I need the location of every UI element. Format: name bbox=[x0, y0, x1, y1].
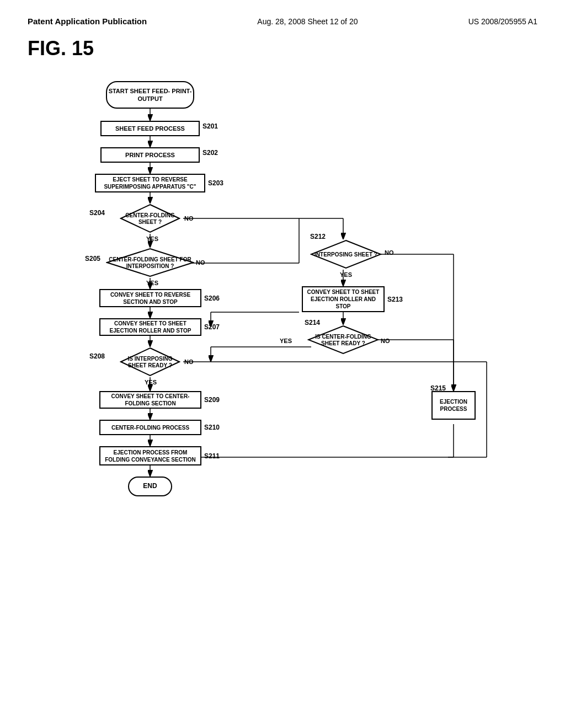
header-right: US 2008/205955 A1 bbox=[468, 17, 537, 26]
header: Patent Application Publication Aug. 28, … bbox=[28, 17, 537, 26]
s210-label: S210 bbox=[204, 424, 220, 431]
s208-diamond-container: IS INTERPOSING SHEET READY ? bbox=[120, 347, 180, 377]
s203-label: S203 bbox=[208, 179, 223, 187]
s214-yes-label: YES bbox=[280, 338, 292, 344]
s205-text: CENTER-FOLDING SHEET FOR INTERPOSITION ? bbox=[106, 248, 194, 278]
s208-label: S208 bbox=[89, 352, 105, 360]
s215-label: S215 bbox=[430, 384, 446, 392]
s202-node: PRINT PROCESS bbox=[100, 147, 200, 163]
s212-yes-label: YES bbox=[340, 271, 352, 278]
s214-text: IS CENTER-FOLDING SHEET READY ? bbox=[307, 325, 379, 355]
s205-diamond-container: CENTER-FOLDING SHEET FOR INTERPOSITION ? bbox=[106, 248, 194, 278]
header-center: Aug. 28, 2008 Sheet 12 of 20 bbox=[257, 17, 358, 26]
header-left: Patent Application Publication bbox=[28, 17, 147, 26]
end-node: END bbox=[128, 477, 172, 496]
s204-yes-label: YES bbox=[146, 235, 158, 242]
s208-no-label: NO bbox=[184, 358, 194, 365]
s215-node: EJECTION PROCESS bbox=[431, 391, 476, 420]
s203-node: EJECT SHEET TO REVERSE SUPERIMPOSING APP… bbox=[95, 174, 205, 192]
s204-text: CENTER-FOLDING SHEET ? bbox=[120, 204, 180, 234]
fig-title: FIG. 15 bbox=[28, 37, 537, 60]
s206-label: S206 bbox=[204, 295, 220, 302]
s208-yes-label: YES bbox=[145, 379, 157, 386]
s208-text: IS INTERPOSING SHEET READY ? bbox=[120, 347, 180, 377]
s204-no-label: NO bbox=[184, 215, 194, 222]
flowchart-arrows bbox=[34, 71, 531, 694]
s212-no-label: NO bbox=[385, 249, 394, 256]
s214-label: S214 bbox=[305, 319, 320, 326]
page: Patent Application Publication Aug. 28, … bbox=[0, 0, 565, 728]
s214-no-label: NO bbox=[381, 338, 390, 344]
s205-label: S205 bbox=[85, 255, 100, 263]
s214-diamond-container: IS CENTER-FOLDING SHEET READY ? bbox=[307, 325, 379, 355]
start-node: START SHEET FEED- PRINT-OUTPUT bbox=[106, 81, 194, 109]
s205-yes-label: YES bbox=[146, 280, 158, 286]
s201-node: SHEET FEED PROCESS bbox=[100, 121, 200, 136]
s209-node: CONVEY SHEET TO CENTER- FOLDING SECTION bbox=[99, 391, 201, 409]
s213-label: S213 bbox=[387, 296, 403, 303]
s210-node: CENTER-FOLDING PROCESS bbox=[99, 420, 201, 435]
s204-diamond-container: CENTER-FOLDING SHEET ? bbox=[120, 204, 180, 234]
flowchart: START SHEET FEED- PRINT-OUTPUT SHEET FEE… bbox=[34, 71, 531, 694]
s212-diamond-container: INTERPOSING SHEET ? bbox=[310, 239, 382, 270]
s201-label: S201 bbox=[202, 122, 218, 130]
s202-label: S202 bbox=[202, 149, 218, 157]
s207-node: CONVEY SHEET TO SHEET EJECTION ROLLER AN… bbox=[99, 318, 201, 336]
s211-node: EJECTION PROCESS FROM FOLDING CONVEYANCE… bbox=[99, 446, 201, 465]
s212-text: INTERPOSING SHEET ? bbox=[310, 239, 382, 270]
s207-label: S207 bbox=[204, 323, 220, 331]
s209-label: S209 bbox=[204, 396, 220, 404]
s213-node: CONVEY SHEET TO SHEET EJECTION ROLLER AN… bbox=[302, 286, 385, 312]
s212-label: S212 bbox=[310, 233, 326, 240]
s211-label: S211 bbox=[204, 452, 220, 460]
s204-label: S204 bbox=[89, 209, 105, 217]
s205-no-label: NO bbox=[196, 259, 205, 266]
s206-node: CONVEY SHEET TO REVERSE SECTION AND STOP bbox=[99, 289, 201, 307]
